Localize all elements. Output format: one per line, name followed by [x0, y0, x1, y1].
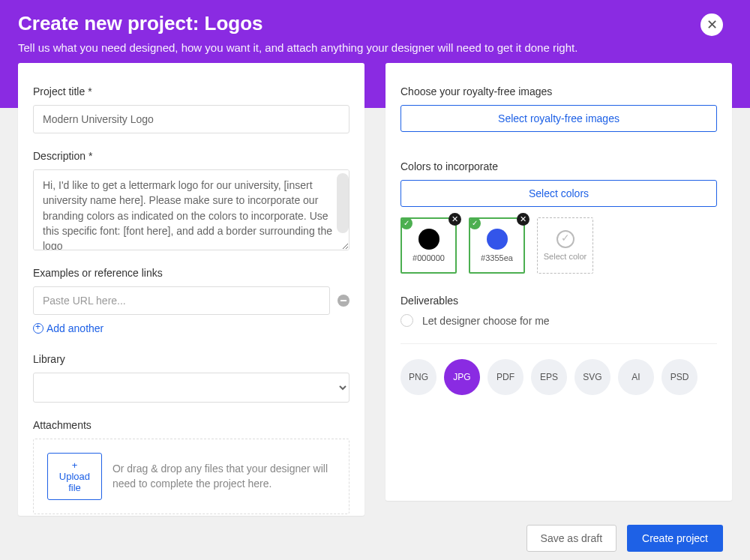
- let-designer-radio[interactable]: [400, 314, 413, 327]
- swatch-hex-label: #000000: [412, 253, 445, 262]
- close-button[interactable]: ✕: [700, 13, 723, 36]
- add-color-swatch[interactable]: Select color: [537, 217, 593, 274]
- footer-actions: Save as draft Create project: [0, 516, 750, 560]
- color-swatch-blue[interactable]: ✓ ✕ #3355ea: [469, 217, 525, 274]
- description-textarea[interactable]: [34, 170, 349, 250]
- format-psd[interactable]: PSD: [662, 359, 698, 395]
- remove-swatch-icon[interactable]: ✕: [448, 213, 461, 226]
- description-label: Description *: [33, 150, 350, 162]
- divider: [400, 343, 717, 344]
- page-title: Create new project: Logos: [18, 12, 732, 35]
- upload-file-button[interactable]: + Upload file: [47, 453, 102, 500]
- deliverables-label: Deliverables: [400, 295, 717, 307]
- examples-label: Examples or reference links: [33, 267, 350, 279]
- save-draft-button[interactable]: Save as draft: [526, 525, 617, 552]
- reference-url-input[interactable]: [33, 286, 330, 315]
- right-panel: Choose your royalty-free images Select r…: [386, 63, 732, 501]
- create-project-button[interactable]: Create project: [627, 525, 723, 552]
- format-svg[interactable]: SVG: [574, 359, 610, 395]
- remove-swatch-icon[interactable]: ✕: [517, 213, 530, 226]
- file-formats: PNG JPG PDF EPS SVG AI PSD: [400, 359, 717, 395]
- format-pdf[interactable]: PDF: [488, 359, 524, 395]
- attachments-dropzone[interactable]: + Upload file Or drag & drop any files t…: [33, 439, 350, 514]
- royalty-free-label: Choose your royalty-free images: [400, 85, 717, 97]
- select-color-label: Select color: [544, 252, 586, 261]
- format-ai[interactable]: AI: [618, 359, 654, 395]
- color-swatches: ✓ ✕ #000000 ✓ ✕ #3355ea Select color: [400, 217, 717, 274]
- plus-circle-icon: [33, 323, 44, 334]
- colors-label: Colors to incorporate: [400, 160, 717, 172]
- project-title-input[interactable]: [33, 105, 350, 133]
- format-jpg[interactable]: JPG: [444, 359, 480, 395]
- check-icon: ✓: [400, 217, 412, 229]
- close-icon: ✕: [706, 17, 718, 32]
- library-select[interactable]: [33, 373, 350, 403]
- format-eps[interactable]: EPS: [531, 359, 567, 395]
- library-label: Library: [33, 353, 350, 365]
- attachments-label: Attachments: [33, 419, 350, 431]
- left-panel: Project title * Description * Examples o…: [18, 63, 364, 516]
- format-png[interactable]: PNG: [400, 359, 436, 395]
- project-title-label: Project title *: [33, 85, 350, 97]
- remove-url-icon[interactable]: [338, 295, 350, 307]
- check-icon: ✓: [469, 217, 481, 229]
- placeholder-check-icon: [556, 230, 574, 248]
- add-another-label: Add another: [46, 322, 104, 334]
- select-colors-button[interactable]: Select colors: [400, 180, 717, 207]
- color-swatch-black[interactable]: ✓ ✕ #000000: [400, 217, 457, 274]
- let-designer-label: Let designer choose for me: [422, 315, 550, 327]
- page-subtitle: Tell us what you need designed, how you …: [18, 41, 732, 54]
- swatch-color-circle: [418, 229, 440, 250]
- swatch-hex-label: #3355ea: [481, 253, 513, 262]
- attachments-help-text: Or drag & drop any files that your desig…: [112, 462, 335, 491]
- select-royalty-free-button[interactable]: Select royalty-free images: [400, 105, 717, 132]
- add-another-link[interactable]: Add another: [33, 322, 104, 334]
- swatch-color-circle: [487, 229, 508, 250]
